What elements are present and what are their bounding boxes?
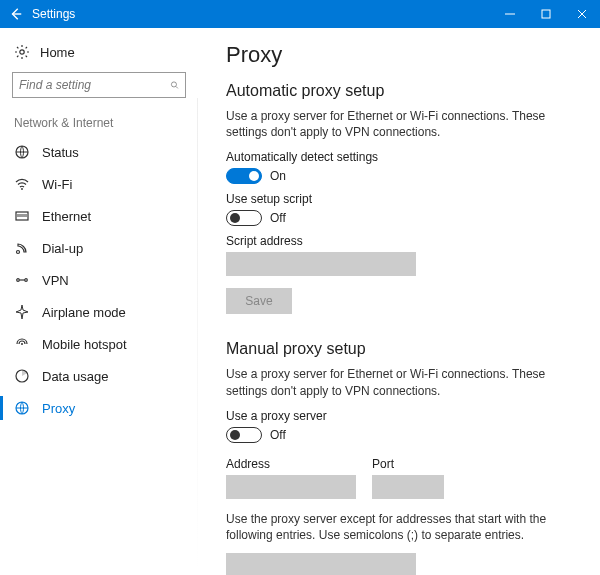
svg-point-9 — [17, 279, 20, 282]
sidebar-item-label: Proxy — [42, 401, 75, 416]
search-box[interactable] — [12, 72, 186, 98]
maximize-icon — [541, 9, 551, 19]
svg-rect-1 — [542, 10, 550, 18]
port-label: Port — [372, 457, 444, 471]
sidebar-item-label: VPN — [42, 273, 69, 288]
use-proxy-label: Use a proxy server — [226, 409, 582, 423]
sidebar-item-label: Ethernet — [42, 209, 91, 224]
close-button[interactable] — [564, 0, 600, 28]
auto-description: Use a proxy server for Ethernet or Wi-Fi… — [226, 108, 566, 140]
svg-point-3 — [171, 82, 176, 87]
detect-toggle[interactable] — [226, 168, 262, 184]
detect-state: On — [270, 169, 286, 183]
svg-point-10 — [25, 279, 28, 282]
back-button[interactable] — [0, 0, 32, 28]
search-icon — [170, 78, 179, 92]
back-arrow-icon — [9, 7, 23, 21]
sidebar-item-label: Mobile hotspot — [42, 337, 127, 352]
sidebar-item-datausage[interactable]: Data usage — [12, 360, 186, 392]
sidebar-item-ethernet[interactable]: Ethernet — [12, 200, 186, 232]
script-toggle[interactable] — [226, 210, 262, 226]
svg-line-4 — [176, 86, 178, 88]
minimize-button[interactable] — [492, 0, 528, 28]
vpn-icon — [14, 272, 30, 288]
script-address-label: Script address — [226, 234, 582, 248]
manual-heading: Manual proxy setup — [226, 340, 582, 358]
proxy-icon — [14, 400, 30, 416]
sidebar-item-vpn[interactable]: VPN — [12, 264, 186, 296]
airplane-icon — [14, 304, 30, 320]
port-input[interactable] — [372, 475, 444, 499]
script-label: Use setup script — [226, 192, 582, 206]
window-title: Settings — [32, 7, 492, 21]
wifi-icon — [14, 176, 30, 192]
auto-heading: Automatic proxy setup — [226, 82, 582, 100]
search-input[interactable] — [19, 78, 170, 92]
datausage-icon — [14, 368, 30, 384]
sidebar-item-label: Dial-up — [42, 241, 83, 256]
sidebar-item-status[interactable]: Status — [12, 136, 186, 168]
sidebar-item-label: Status — [42, 145, 79, 160]
manual-description: Use a proxy server for Ethernet or Wi-Fi… — [226, 366, 566, 398]
close-icon — [577, 9, 587, 19]
svg-point-6 — [21, 188, 23, 190]
exceptions-input[interactable] — [226, 553, 416, 575]
page-title: Proxy — [226, 42, 582, 68]
svg-point-2 — [20, 50, 24, 54]
gear-icon — [14, 44, 30, 60]
save-button[interactable]: Save — [226, 288, 292, 314]
script-address-input[interactable] — [226, 252, 416, 276]
exceptions-description: Use the proxy server except for addresse… — [226, 511, 566, 543]
window-controls — [492, 0, 600, 28]
titlebar: Settings — [0, 0, 600, 28]
ethernet-icon — [14, 208, 30, 224]
sidebar-item-hotspot[interactable]: Mobile hotspot — [12, 328, 186, 360]
use-proxy-state: Off — [270, 428, 286, 442]
dialup-icon — [14, 240, 30, 256]
sidebar-item-label: Airplane mode — [42, 305, 126, 320]
sidebar-section-label: Network & Internet — [14, 116, 186, 130]
svg-point-8 — [17, 251, 20, 254]
hotspot-icon — [14, 336, 30, 352]
address-input[interactable] — [226, 475, 356, 499]
address-label: Address — [226, 457, 356, 471]
sidebar-item-dialup[interactable]: Dial-up — [12, 232, 186, 264]
status-icon — [14, 144, 30, 160]
sidebar-item-label: Wi-Fi — [42, 177, 72, 192]
maximize-button[interactable] — [528, 0, 564, 28]
use-proxy-toggle[interactable] — [226, 427, 262, 443]
svg-point-11 — [21, 343, 23, 345]
detect-label: Automatically detect settings — [226, 150, 582, 164]
minimize-icon — [505, 9, 515, 19]
home-label: Home — [40, 45, 75, 60]
sidebar-item-airplane[interactable]: Airplane mode — [12, 296, 186, 328]
content-area: Proxy Automatic proxy setup Use a proxy … — [198, 28, 600, 575]
script-state: Off — [270, 211, 286, 225]
sidebar-home[interactable]: Home — [12, 38, 186, 68]
sidebar-item-proxy[interactable]: Proxy — [12, 392, 186, 424]
sidebar-nav: Status Wi-Fi Ethernet Dial-up VPN Airpla… — [12, 136, 186, 424]
sidebar-item-label: Data usage — [42, 369, 109, 384]
sidebar-item-wifi[interactable]: Wi-Fi — [12, 168, 186, 200]
sidebar: Home Network & Internet Status Wi-Fi Eth… — [0, 28, 198, 575]
